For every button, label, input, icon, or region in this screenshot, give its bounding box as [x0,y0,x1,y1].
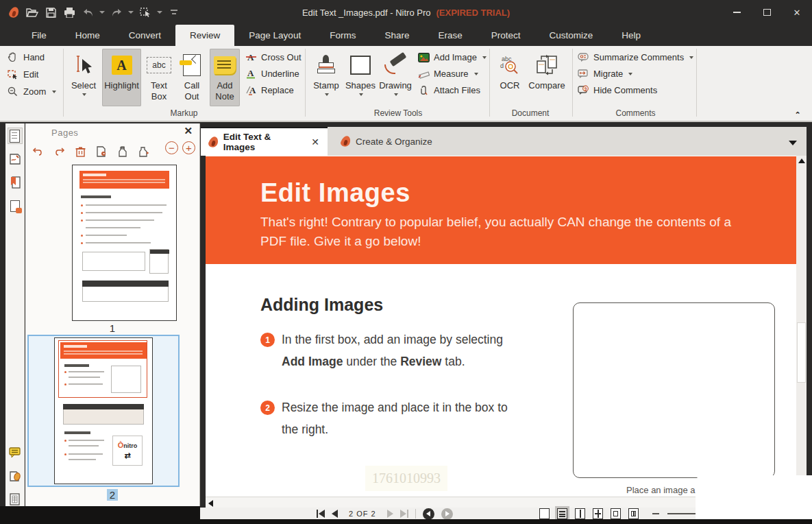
shapes-button[interactable]: Shapes [343,49,378,106]
tab-close-icon[interactable]: ✕ [311,136,319,147]
cross-out-button[interactable]: A Cross Out [245,51,302,63]
vertical-scrollbar[interactable] [796,156,807,508]
delete-page-icon[interactable] [73,145,87,158]
page-thumbnail-2[interactable]: Ònitro ⇄ [54,337,153,484]
redo-dropdown-icon[interactable] [128,11,134,14]
edit-tool-button[interactable]: Edit [7,69,56,80]
page-2-label[interactable]: 2 [25,489,199,501]
extract-page-icon[interactable] [95,145,108,158]
save-icon[interactable] [44,6,58,19]
insert-page-before-icon[interactable] [116,145,130,158]
blank-overlay-panel [696,475,812,519]
select-button[interactable]: Select [67,49,100,106]
scroll-up-icon[interactable] [798,158,805,163]
compare-button[interactable]: Compare [526,49,567,106]
tab-share[interactable]: Share [370,25,423,46]
close-button[interactable]: ✕ [782,0,812,25]
nitro-doc-icon [209,136,218,147]
collapse-ribbon-icon[interactable]: ⌃ [793,111,802,118]
image-placeholder-box[interactable] [573,302,775,478]
fit-width-icon[interactable] [628,508,639,519]
attach-files-button[interactable]: Attach Files [418,84,487,96]
page-thumbnail-1[interactable] [72,165,177,321]
zoom-out-icon[interactable] [652,513,659,514]
measure-button[interactable]: Measure [418,68,487,80]
undo-dropdown-icon[interactable] [99,11,105,14]
tab-forms[interactable]: Forms [315,25,370,46]
step-2-badge: 2 [260,401,275,415]
replace-button[interactable]: A Replace [245,84,302,96]
next-page-icon[interactable] [387,510,393,518]
continuous-view-icon[interactable] [557,508,567,519]
attachments-panel-icon[interactable] [8,468,23,484]
tab-protect[interactable]: Protect [477,25,535,46]
migrate-button[interactable]: Migrate [578,68,693,80]
undo-icon[interactable] [81,6,95,19]
comments-panel-icon[interactable] [8,444,23,461]
tab-page-layout[interactable]: Page Layout [234,25,315,46]
select-tool-dropdown-icon[interactable] [157,11,162,14]
tab-help[interactable]: Help [607,25,655,46]
security-panel-icon[interactable] [8,198,23,214]
maximize-button[interactable] [752,0,782,25]
tab-customize[interactable]: Customize [534,25,607,46]
highlight-button[interactable]: A Highlight [102,49,141,106]
call-out-button[interactable]: Call Out [177,49,207,106]
last-page-icon[interactable] [400,510,408,518]
signatures-panel-icon[interactable] [8,151,23,167]
add-image-button[interactable]: Add Image [418,51,487,63]
fields-panel-icon[interactable] [8,491,23,508]
page-1-label[interactable]: 1 [25,322,199,334]
add-note-button[interactable]: Add Note [210,49,240,106]
svg-text:9: 9 [585,86,587,91]
facing-view-icon[interactable] [575,508,585,519]
facing-continuous-view-icon[interactable] [593,508,603,519]
redo-icon[interactable] [110,6,123,19]
thumbnail-zoom-in-icon[interactable]: + [182,141,195,154]
fit-page-icon[interactable] [611,508,621,519]
insert-page-after-icon[interactable] [137,145,151,158]
select-tool-icon[interactable] [138,6,152,19]
underline-icon: A [245,68,257,80]
thumbnail-zoom-out-icon[interactable]: − [165,141,178,154]
tab-review[interactable]: Review [175,25,234,46]
stamp-button[interactable]: Stamp [310,49,343,106]
bookmarks-panel-icon[interactable] [8,174,23,191]
first-page-icon[interactable] [317,510,325,518]
hand-icon [7,51,19,63]
tab-list-dropdown-icon[interactable] [789,141,797,145]
page-thumbnail-2-selection[interactable]: Ònitro ⇄ [27,335,180,487]
tab-file[interactable]: File [17,25,61,46]
underline-button[interactable]: A Underline [245,68,302,80]
tab-convert[interactable]: Convert [114,25,175,46]
ocr-icon: abcd [500,53,520,78]
tab-erase[interactable]: Erase [423,25,476,46]
ocr-button[interactable]: abcd OCR [495,49,525,106]
tab-home[interactable]: Home [61,25,114,46]
pages-panel-close-icon[interactable]: ✕ [184,125,193,137]
text-box-button[interactable]: abc Text Box [143,49,175,106]
document-tab-create-organize[interactable]: Create & Organize [333,127,443,156]
pages-panel-icon[interactable] [8,128,23,144]
zoom-tool-button[interactable]: Zoom [7,86,56,97]
hide-comments-button[interactable]: 9 Hide Comments [578,84,693,96]
document-tab-edit-text-images[interactable]: Edit Text & Images ✕ [201,127,328,156]
hand-tool-button[interactable]: Hand [7,51,56,63]
sidebar-icon-strip [5,123,25,508]
drawing-button[interactable]: Drawing [378,49,413,106]
single-page-view-icon[interactable] [539,508,550,519]
previous-page-icon[interactable] [332,510,338,518]
next-view-icon[interactable] [441,508,453,520]
customize-toolbar-icon[interactable] [167,6,181,19]
vertical-scrollbar-thumb[interactable] [797,322,806,383]
scroll-left-icon[interactable] [208,500,213,507]
summarize-comments-button[interactable]: Summarize Comments [578,51,693,63]
rotate-right-icon[interactable] [52,145,66,158]
rotate-left-icon[interactable] [31,145,45,158]
open-icon[interactable] [25,6,39,19]
previous-view-icon[interactable] [423,508,434,520]
pages-panel: Pages ✕ [25,123,200,508]
print-icon[interactable] [62,6,76,19]
minimize-button[interactable] [722,0,752,25]
page-indicator[interactable]: 2 OF 2 [349,510,376,518]
